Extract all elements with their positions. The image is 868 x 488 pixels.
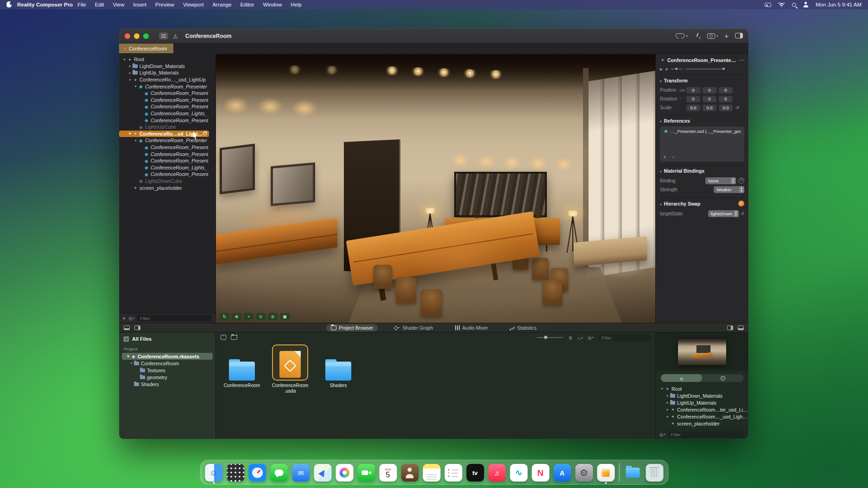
bottom-tab[interactable]: Statistics bbox=[505, 324, 541, 332]
tree-row[interactable]: ConferenceRoom…_usd_LightDown bbox=[656, 413, 748, 420]
dock-safari[interactable] bbox=[248, 464, 266, 482]
file-item[interactable]: ConferenceRoom bbox=[222, 347, 262, 388]
dock-contacts[interactable] bbox=[401, 464, 418, 482]
list-view-icon[interactable] bbox=[569, 333, 572, 342]
chevron-down-icon[interactable] bbox=[660, 168, 664, 174]
tree-row[interactable]: LightUp_Materials bbox=[656, 399, 748, 406]
reference-item[interactable]: …_Presenter.usd (…_Presenter_geo) bbox=[663, 129, 741, 134]
dock-reminders[interactable] bbox=[444, 464, 462, 482]
tree-row[interactable]: LightsDownCube bbox=[119, 178, 215, 185]
scene-list-icon[interactable] bbox=[159, 32, 168, 39]
value-field-x[interactable]: 0 bbox=[686, 87, 700, 94]
frame-button[interactable] bbox=[256, 313, 266, 320]
chevron-icon[interactable] bbox=[133, 84, 138, 88]
dock-photos[interactable] bbox=[336, 464, 353, 482]
chevron-icon[interactable] bbox=[665, 394, 670, 398]
dock-mail[interactable]: ✉ bbox=[292, 464, 310, 482]
chevron-icon[interactable] bbox=[665, 407, 670, 412]
dock-facetime[interactable] bbox=[357, 464, 375, 482]
more-icon[interactable] bbox=[739, 57, 744, 63]
tree-row[interactable]: geometry bbox=[119, 374, 215, 381]
bottom-tab[interactable]: Project Browser bbox=[326, 324, 378, 332]
stop-icon[interactable] bbox=[665, 66, 668, 71]
tree-row[interactable]: screen_placeholder bbox=[656, 420, 748, 427]
preview-device-button[interactable]: ▾ bbox=[676, 33, 688, 38]
add-button[interactable]: + bbox=[724, 32, 729, 39]
left-panel-toggle-icon[interactable] bbox=[134, 325, 140, 330]
inspector-toggle-button[interactable] bbox=[735, 32, 743, 40]
value-field-z[interactable]: 0 bbox=[719, 87, 733, 94]
minimize-button[interactable] bbox=[134, 33, 139, 39]
tree-row[interactable]: Root bbox=[119, 56, 215, 63]
tree-row[interactable]: Root bbox=[656, 385, 748, 392]
inspector-toggle-icon[interactable] bbox=[727, 325, 733, 330]
panel-layout-toggle-icon[interactable] bbox=[738, 325, 744, 330]
chevron-icon[interactable] bbox=[659, 387, 665, 391]
dropdown[interactable]: Weaker bbox=[714, 186, 744, 193]
stepper-icon[interactable] bbox=[731, 177, 736, 184]
chevron-icon[interactable] bbox=[127, 64, 133, 68]
value-field-y[interactable]: 0 bbox=[703, 87, 716, 94]
apple-menu[interactable] bbox=[6, 1, 13, 8]
dock-freeform[interactable]: ∿ bbox=[510, 464, 527, 482]
scene-filter-input[interactable] bbox=[137, 315, 212, 321]
filter-icon[interactable]: ◎ bbox=[659, 432, 665, 437]
wifi-icon[interactable] bbox=[778, 2, 785, 7]
chevron-icon[interactable] bbox=[665, 400, 670, 405]
value-field-x[interactable]: 0.0 bbox=[686, 105, 700, 111]
menu-item[interactable]: Edit bbox=[95, 2, 104, 7]
chevron-icon[interactable] bbox=[127, 71, 133, 75]
menu-item[interactable]: Help bbox=[291, 2, 302, 7]
dock-finder[interactable]: ☺ bbox=[205, 464, 222, 482]
bottom-tab[interactable]: Shader Graph bbox=[390, 324, 437, 332]
preview-filter-input[interactable] bbox=[668, 432, 745, 438]
references-list[interactable]: …_Presenter.usd (…_Presenter_geo) + − bbox=[660, 126, 744, 162]
display-mirroring-icon[interactable] bbox=[765, 3, 771, 7]
magnify-button[interactable] bbox=[268, 313, 278, 320]
remove-reference-button[interactable]: − bbox=[672, 154, 674, 160]
stepper-icon[interactable] bbox=[739, 186, 744, 193]
dock-trash[interactable] bbox=[646, 464, 663, 482]
camera-button[interactable] bbox=[280, 313, 290, 320]
chevron-icon[interactable] bbox=[127, 131, 133, 136]
file-filter-input[interactable] bbox=[599, 334, 651, 341]
zoom-button[interactable] bbox=[143, 33, 149, 39]
dropdown[interactable]: None bbox=[705, 177, 736, 184]
playback-slider-large[interactable] bbox=[685, 69, 725, 69]
document-tab[interactable]: ConferenceRoom bbox=[119, 44, 173, 53]
chevron-down-icon[interactable] bbox=[660, 118, 664, 124]
file-item[interactable]: ConferenceRoom .usda bbox=[270, 347, 310, 394]
tree-row[interactable]: ConferenceRoom_Presenter bbox=[119, 83, 215, 90]
user-switch-icon[interactable] bbox=[803, 2, 809, 7]
capture-button[interactable]: ▾ bbox=[707, 33, 718, 39]
add-entity-button[interactable]: + bbox=[122, 315, 126, 321]
tree-row[interactable]: Textures bbox=[119, 367, 215, 374]
all-files-row[interactable]: All Files bbox=[119, 336, 215, 345]
chevron-down-icon[interactable] bbox=[660, 78, 664, 83]
tree-row[interactable]: ConferenceRoom_Lights_ bbox=[119, 110, 215, 117]
value-field-y[interactable]: 0.0 bbox=[703, 105, 716, 111]
tree-row[interactable]: ConferenceRoom_Present bbox=[119, 150, 215, 157]
tree-row[interactable]: ConferenceRoom_Present bbox=[119, 117, 215, 124]
close-button[interactable] bbox=[125, 33, 130, 39]
menu-item[interactable]: Viewport bbox=[183, 2, 204, 7]
tree-row[interactable]: ConferenceRoom_Presenter bbox=[119, 137, 215, 144]
dock-notes[interactable] bbox=[423, 464, 440, 482]
sort-icon[interactable] bbox=[577, 333, 583, 342]
warning-icon[interactable] bbox=[173, 32, 178, 40]
tree-row[interactable]: ConferenceRoom bbox=[119, 360, 215, 367]
reset-icon[interactable] bbox=[741, 211, 744, 216]
tree-row[interactable]: ConferenceRoom_Present bbox=[119, 171, 215, 178]
dock-downloads[interactable] bbox=[624, 464, 641, 482]
tree-row[interactable]: Shaders bbox=[119, 381, 215, 388]
menu-item[interactable]: File bbox=[77, 2, 86, 7]
dock-music[interactable]: ♫ bbox=[488, 464, 506, 482]
scene-thumbnail[interactable] bbox=[678, 338, 726, 365]
bottom-tab[interactable]: Audio Mixer bbox=[450, 324, 492, 332]
menu-item[interactable]: Arrange bbox=[212, 2, 231, 7]
binding-reset-icon[interactable] bbox=[738, 178, 744, 184]
dock-tv[interactable]: tv bbox=[466, 464, 484, 482]
menu-clock[interactable]: Mon Jun 5 9:41 AM bbox=[816, 2, 862, 7]
chevron-down-icon[interactable] bbox=[660, 201, 664, 206]
bottom-panel-toggle-icon[interactable] bbox=[124, 325, 130, 330]
